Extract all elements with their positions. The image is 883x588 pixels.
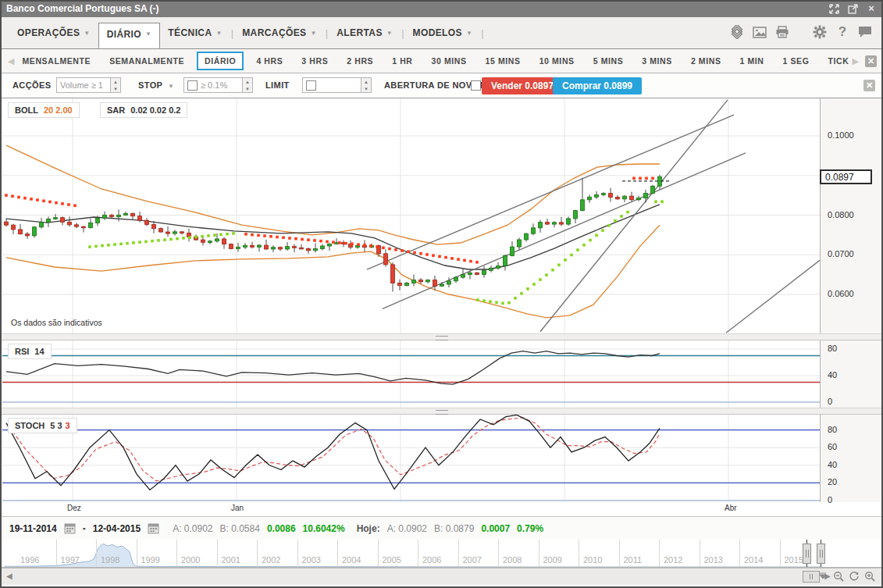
year-separator — [579, 540, 579, 568]
year-separator — [539, 540, 539, 568]
panel-resize-grip[interactable] — [2, 333, 881, 340]
zoom-in-icon[interactable] — [864, 571, 875, 582]
year-separator — [739, 540, 740, 568]
rsi-indicator-label[interactable]: RSI14 — [8, 344, 52, 359]
price-axis: 0.10000.08000.07000.0600 — [820, 98, 881, 333]
timeframe-5-mins[interactable]: 5 MINS — [593, 56, 624, 66]
close-timeframe-bar-icon[interactable]: ✕ — [865, 55, 877, 67]
timeframe-10-mins[interactable]: 10 MINS — [539, 56, 575, 66]
stoch-tick: 80 — [828, 425, 837, 434]
maximize-icon[interactable] — [828, 3, 839, 14]
today-change-pct: 0.79% — [517, 523, 543, 534]
timeframe-scroll-left-icon[interactable]: ◀ — [8, 56, 14, 66]
limit-checkbox[interactable] — [306, 80, 316, 91]
year-label-2001: 2001 — [222, 555, 240, 565]
timeframe-mensalmente[interactable]: MENSALMENTE — [22, 56, 91, 66]
year-separator — [458, 540, 459, 568]
timeframe-3-hrs[interactable]: 3 HRS — [301, 56, 328, 66]
volume-input[interactable]: Volume ≥ 1 — [56, 77, 111, 93]
calendar-icon-to[interactable] — [148, 522, 159, 534]
stop-checkbox[interactable] — [187, 80, 198, 91]
print-icon[interactable] — [774, 23, 791, 41]
range-end-handle[interactable] — [817, 543, 825, 564]
reset-zoom-icon[interactable] — [849, 571, 860, 582]
year-separator — [378, 540, 379, 568]
popout-window-icon[interactable] — [847, 3, 858, 14]
year-label-1999: 1999 — [141, 555, 160, 565]
date-from[interactable]: 19-11-2014 — [9, 523, 57, 534]
year-separator — [700, 540, 700, 568]
date-to[interactable]: 12-04-2015 — [93, 523, 141, 534]
timeframe-4-hrs[interactable]: 4 HRS — [256, 56, 283, 66]
menu-item-marcações[interactable]: MARCAÇÕES▼ — [234, 22, 325, 44]
today-change: 0.0007 — [481, 523, 510, 534]
range-ask: A: 0.0902 — [173, 523, 212, 534]
timeframe-15-mins[interactable]: 15 MINS — [486, 56, 521, 66]
price-tick: 0.0700 — [828, 249, 854, 258]
chart-scrollbar: ◀ ▶ — [2, 568, 881, 585]
timeframe-30-mins[interactable]: 30 MINS — [432, 56, 467, 66]
year-label-2002: 2002 — [262, 555, 280, 565]
stoch-indicator-label[interactable]: STOCH5 33 — [8, 418, 77, 433]
menu-separator: | — [481, 27, 483, 39]
timeframe-bar: ◀ MENSALMENTESEMANALMENTEDIÁRIO4 HRS3 HR… — [2, 49, 881, 73]
timeframe-2-hrs[interactable]: 2 HRS — [347, 56, 373, 66]
stoch-tick: 20 — [828, 477, 837, 486]
price-tick: 0.0600 — [828, 289, 854, 298]
timeframe-tick[interactable]: TICK — [828, 56, 849, 66]
menu-item-diário[interactable]: DIÁRIO▼ — [98, 23, 161, 48]
open-position-checkbox[interactable] — [471, 80, 481, 91]
range-start-handle[interactable] — [803, 543, 811, 564]
year-separator — [56, 540, 57, 568]
timeframe-1-min[interactable]: 1 MIN — [740, 56, 764, 66]
data-disclaimer: Os dados são indicativos — [11, 318, 102, 327]
layers-icon[interactable] — [728, 23, 746, 41]
stochastic-panel[interactable] — [2, 415, 820, 502]
stop-stepper[interactable]: ▲▼ — [242, 77, 253, 93]
stop-label: STOP — [138, 80, 162, 90]
timeframe-diário[interactable]: DIÁRIO — [197, 52, 244, 70]
comment-icon[interactable] — [856, 23, 874, 41]
menu-item-modelos[interactable]: MODELOS▼ — [405, 22, 481, 44]
range-change: 0.0086 — [267, 523, 296, 534]
panel-resize-grip-2[interactable] — [2, 408, 881, 415]
menu-item-operações[interactable]: OPERAÇÕES▼ — [9, 22, 98, 44]
help-icon[interactable]: ? — [834, 23, 851, 41]
settings-gear-icon[interactable] — [811, 23, 828, 41]
range-bid: B: 0.0584 — [220, 523, 260, 534]
timeframe-scroll-right-icon[interactable]: ▶ — [853, 56, 859, 66]
boll-indicator-label[interactable]: BOLL20 2.00 — [8, 102, 80, 118]
time-axis: DezJanAbr — [2, 502, 820, 516]
sell-button[interactable]: Vender 0.0897 — [482, 77, 563, 94]
menu-item-alertas[interactable]: ALERTAS▼ — [329, 22, 401, 44]
timeframe-semanalmente[interactable]: SEMANALMENTE — [109, 56, 184, 66]
buy-button[interactable]: Comprar 0.0899 — [553, 77, 642, 94]
sar-indicator-label[interactable]: SAR0.02 0.02 0.2 — [100, 102, 187, 118]
rsi-axis: 80400 — [820, 340, 881, 408]
main-price-chart[interactable] — [2, 98, 820, 333]
stop-input[interactable]: ≥ 0.1% — [183, 77, 243, 93]
scroll-to-end-icon[interactable] — [817, 571, 828, 582]
timeframe-2-mins[interactable]: 2 MINS — [691, 56, 721, 66]
year-separator — [780, 540, 781, 568]
timeframe-3-mins[interactable]: 3 MINS — [642, 56, 672, 66]
stop-dropdown-icon[interactable]: ▼ — [168, 83, 174, 90]
history-navigator[interactable]: 1996199719981999200020012002200320042005… — [2, 540, 881, 568]
timeframe-1-hr[interactable]: 1 HR — [392, 56, 412, 66]
calendar-icon-from[interactable] — [64, 522, 76, 534]
limit-stepper[interactable]: ▲▼ — [361, 77, 372, 93]
image-icon[interactable] — [751, 23, 768, 41]
close-order-bar-icon[interactable]: ✕ — [863, 80, 875, 91]
year-label-2011: 2011 — [624, 555, 643, 565]
volume-stepper[interactable]: ▲▼ — [110, 77, 121, 93]
limit-input[interactable] — [302, 77, 361, 93]
zoom-out-icon[interactable] — [833, 571, 844, 582]
menu-item-técnica[interactable]: TÉCNICA▼ — [160, 22, 230, 44]
year-separator — [418, 540, 418, 568]
scroll-left-icon[interactable]: ◀ — [6, 572, 12, 580]
year-label-2006: 2006 — [422, 555, 441, 565]
timeframe-1-seg[interactable]: 1 SEG — [783, 56, 810, 66]
price-tick: 0.0800 — [828, 210, 854, 219]
close-window-icon[interactable]: × — [866, 3, 877, 14]
rsi-panel[interactable] — [2, 340, 820, 408]
